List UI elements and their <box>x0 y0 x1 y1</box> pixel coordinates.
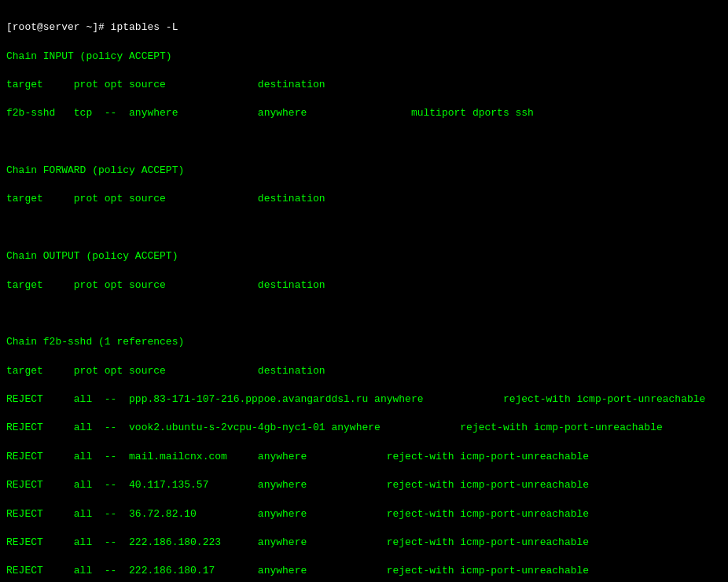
f2b-col-header: target prot opt source destination <box>6 364 722 378</box>
output-col-header: target prot opt source destination <box>6 278 722 293</box>
input-col-header: target prot opt source destination <box>6 78 722 92</box>
blank-1 <box>6 135 722 149</box>
blank-2 <box>6 221 722 235</box>
reject-rule-7: REJECT all -- 222.186.180.17 anywhere re… <box>6 564 722 578</box>
chain-f2b-header: Chain f2b-sshd (1 references) <box>6 335 722 349</box>
forward-col-header: target prot opt source destination <box>6 192 722 206</box>
chain-forward-header: Chain FORWARD (policy ACCEPT) <box>6 164 722 178</box>
terminal-window: [root@server ~]# iptables -L Chain INPUT… <box>6 6 722 582</box>
reject-rule-1: REJECT all -- ppp.83-171-107-216.pppoe.a… <box>6 392 722 407</box>
reject-rule-3: REJECT all -- mail.mailcnx.com anywhere … <box>6 450 722 464</box>
prompt-line: [root@server ~]# iptables -L <box>6 20 722 35</box>
reject-rule-4: REJECT all -- 40.117.135.57 anywhere rej… <box>6 478 722 492</box>
chain-output-header: Chain OUTPUT (policy ACCEPT) <box>6 249 722 263</box>
reject-rule-5: REJECT all -- 36.72.82.10 anywhere rejec… <box>6 507 722 521</box>
reject-rule-2: REJECT all -- vook2.ubuntu-s-2vcpu-4gb-n… <box>6 421 722 435</box>
reject-rule-6: REJECT all -- 222.186.180.223 anywhere r… <box>6 536 722 550</box>
f2b-sshd-rule: f2b-sshd tcp -- anywhere anywhere multip… <box>6 106 722 120</box>
chain-input-header: Chain INPUT (policy ACCEPT) <box>6 50 722 64</box>
blank-3 <box>6 307 722 321</box>
